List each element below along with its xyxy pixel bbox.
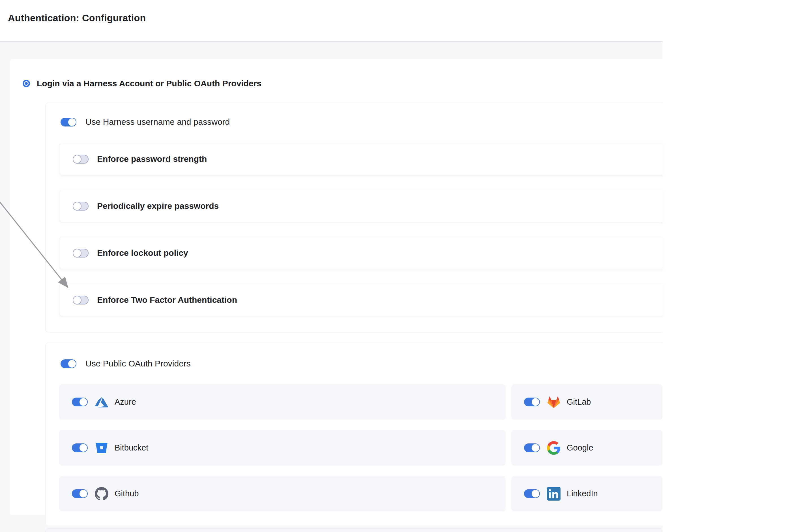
- password-strength-toggle[interactable]: [73, 155, 89, 164]
- expire-passwords-label: Periodically expire passwords: [97, 201, 219, 211]
- google-toggle[interactable]: [524, 443, 540, 452]
- lockout-policy-row: Enforce lockout policy: [59, 237, 663, 269]
- linkedin-toggle[interactable]: [524, 489, 540, 498]
- provider-grid: Azure: [59, 384, 663, 511]
- public-oauth-label: Use Public OAuth Providers: [85, 359, 191, 368]
- gitlab-toggle[interactable]: [524, 398, 540, 406]
- provider-row-github: Github: [59, 476, 506, 511]
- google-icon: [547, 441, 560, 455]
- next-section-peek: [45, 528, 663, 532]
- gitlab-icon: [547, 395, 560, 409]
- two-factor-row: Enforce Two Factor Authentication: [59, 284, 663, 316]
- bitbucket-icon: [95, 441, 108, 455]
- radio-login-harness-oauth[interactable]: Login via a Harness Account or Public OA…: [23, 59, 663, 88]
- bitbucket-label: Bitbucket: [115, 443, 148, 453]
- azure-label: Azure: [115, 397, 136, 407]
- bitbucket-toggle[interactable]: [72, 443, 88, 452]
- content-panel: Login via a Harness Account or Public OA…: [0, 42, 663, 532]
- radio-selected-icon[interactable]: [23, 80, 30, 87]
- username-password-label: Use Harness username and password: [85, 117, 230, 127]
- provider-row-azure: Azure: [59, 384, 506, 420]
- username-password-row: Use Harness username and password: [61, 117, 663, 127]
- linkedin-label: LinkedIn: [567, 489, 598, 498]
- gitlab-label: GitLab: [567, 397, 591, 407]
- page-title: Authentication: Configuration: [8, 13, 663, 23]
- password-strength-label: Enforce password strength: [97, 154, 207, 164]
- lockout-policy-toggle[interactable]: [73, 249, 89, 258]
- username-password-toggle[interactable]: [61, 118, 76, 127]
- github-label: Github: [115, 489, 139, 498]
- github-icon: [95, 487, 108, 500]
- password-strength-row: Enforce password strength: [59, 143, 663, 175]
- public-oauth-row: Use Public OAuth Providers: [61, 359, 663, 368]
- provider-row-bitbucket: Bitbucket: [59, 430, 506, 466]
- provider-row-gitlab: GitLab: [511, 384, 662, 420]
- two-factor-label: Enforce Two Factor Authentication: [97, 295, 237, 305]
- two-factor-toggle[interactable]: [73, 296, 89, 304]
- azure-toggle[interactable]: [72, 398, 88, 406]
- provider-row-linkedin: LinkedIn: [511, 476, 662, 511]
- page-header: Authentication: Configuration: [0, 0, 663, 42]
- login-options-card: Login via a Harness Account or Public OA…: [10, 59, 663, 515]
- linkedin-icon: [547, 487, 560, 500]
- public-oauth-toggle[interactable]: [61, 359, 76, 368]
- lockout-policy-label: Enforce lockout policy: [97, 248, 188, 258]
- github-toggle[interactable]: [72, 489, 88, 498]
- oauth-section: Use Public OAuth Providers Azure: [45, 343, 663, 526]
- expire-passwords-toggle[interactable]: [73, 202, 89, 211]
- provider-row-google: Google: [511, 430, 662, 466]
- expire-passwords-row: Periodically expire passwords: [59, 190, 663, 222]
- authentication-configuration-page: Authentication: Configuration Login via …: [0, 0, 663, 532]
- harness-login-section: Use Harness username and password Enforc…: [45, 103, 663, 332]
- azure-icon: [95, 395, 108, 409]
- radio-label: Login via a Harness Account or Public OA…: [37, 79, 262, 88]
- google-label: Google: [567, 443, 593, 453]
